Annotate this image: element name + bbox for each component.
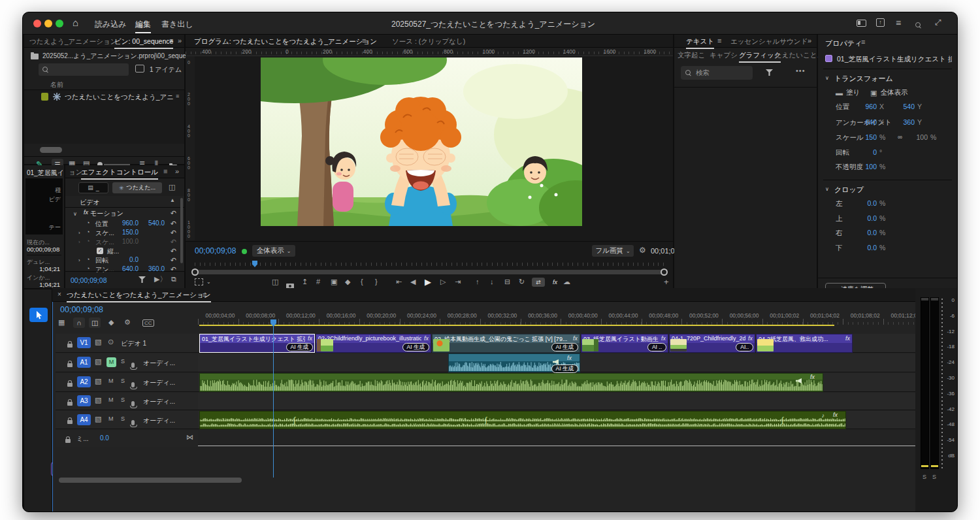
share-icon[interactable]: ↑ — [876, 18, 885, 27]
voiceover-mic-icon[interactable] — [131, 397, 135, 409]
panel-overflow-icon[interactable]: » — [178, 37, 182, 44]
timeline-clip-a1[interactable]: fx AI 生成 — [448, 353, 580, 372]
track-header-master[interactable]: ミ... 0.0 ⋈ — [56, 430, 198, 447]
selected-clip-row[interactable]: 01_芝居風イラスト生成リクエスト 拡張・・ — [818, 53, 957, 65]
settings-grid-icon[interactable]: # — [316, 278, 320, 285]
reset-icon[interactable]: ↶ — [171, 229, 176, 237]
fill-toggle[interactable]: ▬塗り — [836, 88, 860, 97]
track-lock-icon[interactable] — [67, 397, 73, 408]
fullscreen-icon[interactable]: ⤢ — [935, 18, 941, 26]
in-point-icon[interactable]: { — [361, 278, 363, 285]
list-item-sequence[interactable]: つたえたいことをつたえよう_アニメーシ ≡ — [24, 91, 184, 102]
scroll-handle-right[interactable] — [661, 268, 668, 276]
menu-edit[interactable]: 編集 — [135, 19, 151, 33]
text-search-input[interactable]: 検索 — [681, 66, 753, 80]
master-automation-line[interactable] — [198, 446, 936, 446]
column-name-header[interactable]: 名前 — [50, 80, 63, 89]
sync-lock-icon[interactable]: ▧ — [95, 415, 101, 423]
lift-icon[interactable]: ↑ — [476, 278, 480, 285]
prop-value[interactable]: 150 — [857, 133, 877, 141]
linked-selection-toggle[interactable]: ◫ — [89, 317, 101, 328]
step-forward-icon[interactable]: ▷ — [440, 278, 446, 285]
track-name[interactable]: オーディ... — [143, 359, 175, 368]
fit-toggle[interactable]: ▣全体表示 — [870, 88, 907, 97]
close-tab-icon[interactable]: × — [57, 291, 61, 298]
track-target-v1[interactable]: V1 — [77, 337, 91, 348]
track-lock-icon[interactable] — [67, 415, 73, 427]
timeline-settings-wrench-icon[interactable]: ⚙ — [124, 319, 131, 326]
meter-solo-right[interactable]: S — [932, 474, 936, 480]
reset-icon[interactable]: ↶ — [171, 209, 176, 218]
source-clip-button[interactable]: ▤_ — [78, 182, 108, 193]
go-to-in-icon[interactable]: ⇤ — [396, 278, 402, 285]
prop-row-rotation[interactable]: 回転 0° — [818, 148, 957, 159]
param-row-scale[interactable]: ›◔スケ... 150.0↶ — [65, 229, 184, 237]
crop-expand-icon[interactable]: ∨ — [825, 186, 829, 192]
extract-icon[interactable]: ↓ — [490, 278, 494, 285]
marker-icon[interactable]: ◆ — [345, 278, 350, 285]
more-options-icon[interactable]: ••• — [796, 67, 806, 74]
timeline-clip-a2[interactable]: fx — [199, 373, 823, 392]
program-timecode[interactable]: 00;00;09;08 — [195, 246, 236, 255]
prop-row-opacity[interactable]: 不透明度 100% — [818, 163, 957, 173]
track-target-a2[interactable]: A2 — [77, 376, 91, 387]
tab-source[interactable]: ソース : (クリップなし) — [392, 37, 465, 46]
crop-section-header[interactable]: クロップ — [834, 185, 864, 195]
subtab-captions[interactable]: キャプシ — [710, 51, 738, 60]
prop-value[interactable]: 0 — [857, 148, 877, 156]
prop-row-anchor[interactable]: アンカーポイント 640X 360Y — [818, 118, 957, 129]
panel-menu-icon[interactable]: ≡ — [717, 37, 721, 44]
param-row-scale-width[interactable]: ›◔スケ... 100.0↶ — [65, 238, 184, 246]
comparison-view-button[interactable]: ⇄ — [532, 278, 545, 287]
traffic-close-button[interactable] — [33, 20, 41, 27]
clip-selector-dropdown[interactable]: ✳つたえた... — [112, 182, 162, 193]
track-name[interactable]: オーディ... — [143, 378, 175, 387]
track-target-a4[interactable]: A4 — [77, 414, 91, 425]
sync-lock-icon[interactable]: ▧ — [95, 397, 101, 404]
reset-icon[interactable]: ↶ — [171, 256, 176, 265]
motion-effect-label[interactable]: モーション — [90, 209, 123, 218]
track-lock-icon[interactable] — [67, 358, 73, 370]
timeline-clip-v1-4[interactable]: 03_紙芝居風イラスト動画生成リ...fx AI .. — [581, 334, 668, 353]
play-button-icon[interactable]: ▶ — [425, 278, 431, 286]
traffic-minimize-button[interactable] — [44, 20, 52, 27]
crop-row-bottom[interactable]: 下0.0% — [818, 244, 957, 254]
track-target-a3[interactable]: A3 — [77, 395, 91, 406]
program-mini-ruler[interactable] — [195, 261, 664, 267]
track-header-a1[interactable]: A1 ▧ M S オーディ... — [56, 353, 198, 372]
playhead-line[interactable] — [273, 326, 274, 478]
track-header-a4[interactable]: A4 ▧ M S オーディ... — [56, 411, 198, 429]
prop-value[interactable]: 100 — [857, 163, 877, 171]
program-playhead-marker[interactable] — [252, 261, 257, 267]
global-fx-mute-icon[interactable]: fx — [553, 279, 557, 285]
crop-row-right[interactable]: 右0.0% — [818, 229, 957, 239]
track-lock-icon[interactable] — [67, 378, 73, 389]
voiceover-mic-icon[interactable] — [131, 359, 135, 370]
quick-search-icon[interactable] — [915, 20, 922, 31]
video-section-header[interactable]: ビデオ — [80, 198, 100, 207]
home-icon[interactable]: ⌂ — [73, 18, 78, 27]
split-view-icon[interactable]: ◫ — [169, 184, 175, 191]
workspaces-menu-icon[interactable]: ≡ — [896, 18, 901, 27]
prop-value[interactable]: 0.0 — [857, 199, 877, 207]
step-back-icon[interactable]: ◀ — [410, 278, 416, 285]
panel-overflow-icon[interactable]: » — [175, 168, 179, 175]
panel-overflow-icon[interactable]: » — [808, 37, 811, 44]
reset-icon[interactable]: ↶ — [171, 247, 176, 255]
effects-timecode[interactable]: 00;00;09;08 — [71, 276, 106, 284]
timeline-clip-a4[interactable]: ♪ fx ∫ ∫ ∫ — [199, 411, 846, 429]
export-frame-icon[interactable]: ⧉ — [171, 276, 176, 283]
track-name[interactable]: オーディ... — [143, 397, 175, 406]
add-button-icon[interactable]: + — [664, 278, 669, 286]
export-media-icon[interactable]: ↥ — [302, 278, 308, 285]
track-lock-icon[interactable] — [67, 338, 73, 350]
track-header-a3[interactable]: A3 ▧ M S オーディ... — [56, 393, 198, 410]
mute-button[interactable]: M — [108, 378, 114, 384]
solo-button[interactable]: S — [121, 359, 125, 365]
program-video-frame[interactable] — [261, 57, 582, 226]
prop-value[interactable]: 0.0 — [857, 229, 877, 236]
param-value[interactable]: 960.0 — [112, 219, 139, 227]
panel-menu-icon[interactable]: ≡ — [203, 291, 206, 299]
mute-button[interactable]: M — [108, 416, 114, 422]
prop-row-position[interactable]: 位置 960X 540Y — [818, 103, 957, 113]
